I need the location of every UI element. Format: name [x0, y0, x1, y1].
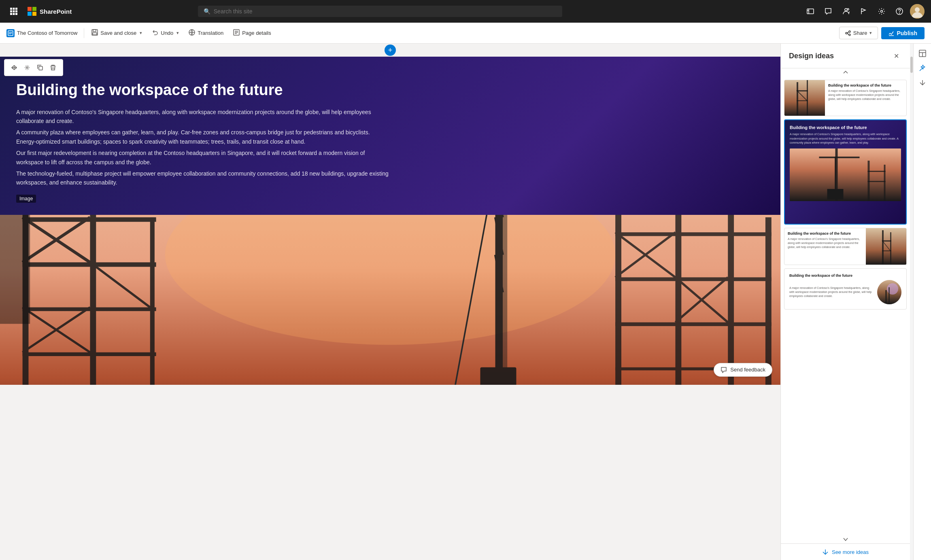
design-card-3[interactable]: Building the workspace of the future A m… — [784, 228, 907, 265]
design-panel-wrapper: Design ideas ✕ — [780, 44, 913, 560]
see-more-ideas-button[interactable]: See more ideas — [822, 549, 869, 555]
design-card-3-text: A major renovation of Contoso's Singapor… — [788, 237, 863, 249]
design-card-4-image — [877, 280, 901, 304]
publish-button[interactable]: Publish — [881, 27, 925, 39]
design-panel-footer[interactable]: See more ideas — [781, 543, 910, 560]
share-chevron[interactable]: ▾ — [869, 30, 872, 36]
undo-chevron[interactable]: ▾ — [176, 30, 179, 36]
svg-rect-0 — [10, 8, 12, 10]
save-close-label: Save and close — [100, 30, 136, 36]
translation-button[interactable]: Translation — [185, 27, 227, 40]
brand-item[interactable]: The Contoso of Tomorrow — [6, 29, 77, 37]
svg-rect-105 — [882, 230, 884, 265]
page-type-icon — [6, 29, 15, 37]
open-in-app-icon[interactable] — [803, 4, 818, 19]
hero-section-wrapper: Building the workspace of the future A m… — [0, 57, 780, 385]
editor-toolbar: The Contoso of Tomorrow Save and close ▾… — [0, 23, 931, 44]
editor-canvas[interactable]: + — [0, 44, 780, 560]
page-details-label: Page details — [242, 30, 271, 36]
main-area: + — [0, 44, 931, 560]
save-icon — [91, 29, 98, 37]
design-card-3-image — [866, 228, 906, 265]
design-ideas-panel: Design ideas ✕ — [780, 44, 910, 560]
search-bar[interactable]: 🔍 — [198, 6, 562, 17]
side-wand-icon[interactable] — [916, 62, 929, 74]
waffle-icon[interactable] — [6, 4, 21, 19]
publish-label: Publish — [897, 30, 917, 36]
settings-icon[interactable] — [874, 4, 889, 19]
image-label: Image — [16, 195, 36, 203]
translation-label: Translation — [198, 30, 223, 36]
svg-rect-72 — [615, 215, 621, 385]
delete-tool-button[interactable] — [47, 62, 59, 73]
hero-body[interactable]: A major renovation of Contoso's Singapor… — [16, 108, 389, 187]
design-card-4-text: A major renovation of Contoso's Singapor… — [789, 286, 874, 298]
svg-rect-12 — [32, 12, 36, 16]
toolbar-divider-1 — [84, 28, 84, 38]
side-layout-icon[interactable] — [916, 47, 929, 60]
send-feedback-label: Send feedback — [730, 367, 765, 373]
svg-rect-6 — [10, 13, 12, 15]
scrollbar-thumb[interactable] — [910, 57, 913, 73]
undo-icon — [152, 29, 158, 37]
design-card-1[interactable]: Building the workspace of the future A m… — [784, 80, 907, 116]
save-close-chevron[interactable]: ▾ — [140, 30, 142, 36]
svg-point-37 — [849, 34, 850, 36]
design-card-2[interactable]: Building the workspace of the future A m… — [784, 119, 907, 225]
search-input[interactable] — [214, 8, 557, 15]
hero-title[interactable]: Building the workspace of the future — [16, 81, 764, 100]
save-close-button[interactable]: Save and close ▾ — [87, 27, 146, 40]
avatar[interactable] — [910, 4, 925, 19]
design-panel-close-button[interactable]: ✕ — [891, 50, 902, 62]
svg-rect-10 — [32, 7, 36, 11]
svg-rect-93 — [797, 100, 808, 101]
add-section-bar: + — [0, 44, 780, 57]
close-icon: ✕ — [894, 52, 899, 60]
svg-rect-106 — [890, 232, 891, 265]
translation-icon — [189, 29, 195, 37]
svg-rect-61 — [0, 215, 30, 324]
svg-rect-113 — [885, 290, 887, 304]
move-tool-button[interactable] — [9, 62, 20, 73]
svg-point-35 — [849, 31, 850, 32]
microsoft-logo[interactable]: SharePoint — [28, 7, 72, 16]
design-card-2-title: Building the workspace of the future — [790, 125, 901, 130]
svg-rect-28 — [93, 30, 96, 32]
duplicate-tool-button[interactable] — [34, 62, 46, 73]
design-card-4[interactable]: Building the workspace of the future A m… — [784, 268, 907, 310]
help-icon[interactable] — [892, 4, 907, 19]
svg-rect-78 — [615, 322, 772, 326]
design-panel-scrollbar[interactable] — [910, 44, 913, 560]
see-more-label: See more ideas — [832, 549, 869, 555]
block-toolbar — [4, 59, 63, 76]
svg-rect-91 — [807, 80, 808, 116]
design-card-1-title: Building the workspace of the future — [828, 83, 903, 87]
send-feedback-button[interactable]: Send feedback — [714, 363, 772, 377]
top-navigation: SharePoint 🔍 — [0, 0, 931, 23]
toolbar-right: Share ▾ Publish — [839, 27, 925, 39]
svg-rect-97 — [819, 157, 860, 158]
svg-rect-107 — [882, 240, 891, 242]
svg-rect-29 — [93, 33, 97, 35]
add-section-button[interactable]: + — [385, 45, 396, 56]
share-button[interactable]: Share ▾ — [839, 27, 878, 39]
side-arrow-icon[interactable] — [916, 76, 929, 89]
svg-rect-99 — [827, 189, 844, 199]
svg-point-40 — [26, 67, 28, 68]
svg-rect-103 — [868, 181, 886, 182]
undo-button[interactable]: Undo ▾ — [148, 27, 183, 40]
settings-tool-button[interactable] — [21, 62, 33, 73]
page-details-button[interactable]: Page details — [229, 27, 275, 40]
svg-rect-8 — [15, 13, 17, 15]
panel-scroll-up[interactable] — [781, 68, 910, 76]
svg-rect-75 — [765, 217, 772, 385]
hero-section: Building the workspace of the future A m… — [0, 57, 780, 215]
comments-icon[interactable] — [821, 4, 835, 19]
people-icon[interactable] — [839, 4, 853, 19]
design-panel-header: Design ideas ✕ — [781, 44, 910, 68]
design-card-3-content: Building the workspace of the future A m… — [784, 228, 866, 265]
undo-label: Undo — [161, 30, 173, 36]
panel-scroll-down[interactable] — [781, 535, 910, 543]
svg-rect-77 — [615, 277, 772, 281]
flag-icon[interactable] — [857, 4, 871, 19]
